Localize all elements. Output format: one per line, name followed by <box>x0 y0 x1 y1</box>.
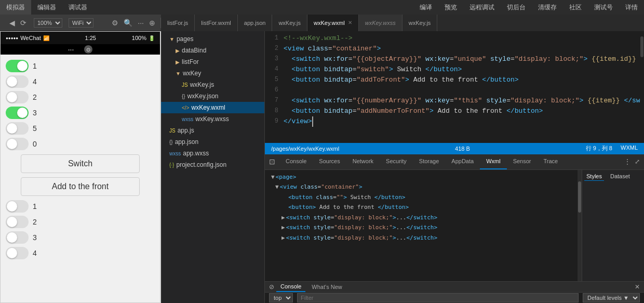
menu-switch-bg[interactable]: 切后台 <box>501 3 532 12</box>
xml-switch-3[interactable]: ▶<switch style="display: block;">...</sw… <box>267 233 575 243</box>
tab-wxkey-js[interactable]: wxKey.js <box>272 15 307 31</box>
devtools-main[interactable]: ▼<page> ▼<view class="container"> <butto… <box>265 170 578 282</box>
tree-wxkey-js[interactable]: JS wxKey.js <box>161 79 264 90</box>
menu-simulator[interactable]: 模拟器 <box>0 0 31 15</box>
main-layout: ●●●●● WeChat 📶 1:25 100% 🔋 ··· ⊙ <box>0 31 644 303</box>
devtools-scrollbar[interactable] <box>578 170 582 282</box>
add-icon[interactable]: ⊕ <box>148 18 156 28</box>
console-tab-whatsnew[interactable]: What's New <box>307 282 346 292</box>
toggle-3[interactable] <box>6 107 29 119</box>
menu-editor[interactable]: 编辑器 <box>31 0 62 15</box>
tree-app-js[interactable]: JS app.js <box>161 125 264 136</box>
editor-scrollbar-thumb[interactable] <box>640 36 643 57</box>
xml-switch-2[interactable]: ▶<switch style="display: block;">...</sw… <box>267 222 575 233</box>
dt-tab-trace[interactable]: Trace <box>538 154 565 169</box>
code-line-4: 4 <button bindtap="switch"> Switch </but… <box>265 64 640 75</box>
tree-project-config[interactable]: {·} project.config.json <box>161 159 264 170</box>
tab-app-json[interactable]: app.json <box>238 15 273 31</box>
dt-sidebar-tab-dataset[interactable]: Dataset <box>608 172 632 181</box>
menu-clear-cache[interactable]: 清缓存 <box>532 3 563 12</box>
switch-label-1: 1 <box>33 62 37 70</box>
tab-listfor-js[interactable]: listFor.js <box>161 15 195 31</box>
menu-compile[interactable]: 编译 <box>413 3 438 12</box>
toggle-4[interactable] <box>6 75 29 88</box>
add-to-front-button[interactable]: Add to the front <box>21 177 140 196</box>
dt-tab-sources[interactable]: Sources <box>313 154 346 169</box>
tree-app-json[interactable]: {} app.json <box>161 136 264 148</box>
console-context-select[interactable]: top <box>269 293 293 302</box>
editor-scrollbar[interactable] <box>640 31 644 143</box>
toggle-num-3[interactable] <box>6 231 29 244</box>
wifi-select[interactable]: WiFi 4G 3G <box>69 18 93 28</box>
xml-page-node[interactable]: ▼<page> <box>267 172 575 182</box>
menu-preview[interactable]: 预览 <box>438 3 463 12</box>
toggle-num-4[interactable] <box>6 247 29 259</box>
dt-tab-network[interactable]: Network <box>346 154 380 169</box>
dt-tab-storage[interactable]: Storage <box>413 154 446 169</box>
tree-wxkey-folder[interactable]: ▼ wxKey <box>161 68 264 79</box>
tree-app-wxss[interactable]: wxss app.wxss <box>161 148 264 159</box>
toggle-2[interactable] <box>6 91 29 103</box>
switch-button[interactable]: Switch <box>21 154 140 173</box>
devtools-expand-icon[interactable]: ⤢ <box>635 158 640 165</box>
tree-wxkey-wxss[interactable]: wxss wxKey.wxss <box>161 113 264 125</box>
rotate-icon[interactable]: ⟳ <box>19 18 28 28</box>
toggle-5[interactable] <box>6 122 29 135</box>
app-wxss-icon: wxss <box>169 151 181 156</box>
menu-test-id[interactable]: 测试号 <box>588 3 619 12</box>
more-icon[interactable]: ··· <box>137 18 145 28</box>
menu-remote-debug[interactable]: 远程调试 <box>463 3 501 12</box>
dt-tab-appdata[interactable]: AppData <box>445 154 480 169</box>
dt-tab-sensor[interactable]: Sensor <box>507 154 538 169</box>
switch-row-5: 5 <box>6 122 155 135</box>
search-icon[interactable]: 🔍 <box>123 18 133 28</box>
menu-community[interactable]: 社区 <box>563 3 588 12</box>
tab-wxkey-js2[interactable]: wxKey.js <box>403 15 438 31</box>
toggle-num-1[interactable] <box>6 200 29 213</box>
statusbar-right: 行 9，列 8 WXML <box>586 144 638 152</box>
tree-wxkey-json-label: wxKey.json <box>187 93 219 100</box>
devtools-more-icon[interactable]: ⋮ <box>624 158 630 165</box>
back-icon[interactable]: ◀ <box>8 18 16 28</box>
tab-wxkey-wxss[interactable]: wxKey.wxss <box>359 15 403 31</box>
dt-tab-security[interactable]: Security <box>380 154 413 169</box>
close-tab-icon[interactable]: ✕ <box>348 20 352 25</box>
phone-signal: ●●●●● <box>6 36 18 41</box>
tab-listfor-wxml[interactable]: listFor.wxml <box>195 15 237 31</box>
devtools-scrollbar-thumb[interactable] <box>578 181 581 213</box>
toolbar-left: ◀ ⟳ 100% 75% 50% WiFi 4G 3G ⚙ 🔍 ··· ⊕ <box>0 18 161 28</box>
devtools-toggle-icon[interactable]: ⊡ <box>265 154 279 169</box>
compile-icon[interactable]: ⚙ <box>111 18 119 28</box>
console-filter-input[interactable] <box>297 293 579 302</box>
code-line-9: 9 </view> <box>265 116 640 127</box>
toggle-num-2[interactable] <box>6 216 29 228</box>
json-file-icon: {} <box>182 94 185 99</box>
tree-listfor-folder[interactable]: ▶ listFor <box>161 56 264 68</box>
xml-switch-1[interactable]: ▶<switch style="display: block;">...</sw… <box>267 213 575 223</box>
toggle-1[interactable] <box>6 60 29 72</box>
dt-sidebar-tab-styles[interactable]: Styles <box>584 172 604 181</box>
xml-view-node[interactable]: ▼<view class="container"> <box>267 182 575 192</box>
tree-pages-folder[interactable]: ▼ pages <box>161 33 264 45</box>
code-line-3: 3 <switch wx:for="{{objectArray}}" wx:ke… <box>265 54 640 64</box>
zoom-select[interactable]: 100% 75% 50% <box>34 18 62 28</box>
code-editor[interactable]: 1 <!--wxKey.wxml--> 2 <view class="conta… <box>265 31 640 143</box>
phone-carrier: WeChat <box>20 35 41 41</box>
console-close-icon[interactable]: ✕ <box>635 283 640 291</box>
menu-debugger[interactable]: 调试器 <box>62 0 93 15</box>
xml-button-switch[interactable]: <button class=""> Switch </button> <box>267 192 575 203</box>
menu-details[interactable]: 详情 <box>619 3 644 12</box>
xml-button-add[interactable]: <button> Add to the front </button> <box>267 202 575 213</box>
tree-databind-folder[interactable]: ▶ dataBind <box>161 45 264 56</box>
console-tab-console[interactable]: Console <box>276 282 305 292</box>
tree-wxkey-json[interactable]: {} wxKey.json <box>161 90 264 102</box>
toggle-0[interactable] <box>6 138 29 150</box>
console-refresh-icon[interactable]: ⊘ <box>269 283 274 291</box>
console-level-select[interactable]: Default levels ▼ <box>583 293 640 302</box>
dt-tab-console[interactable]: Console <box>279 154 313 169</box>
dt-tab-wxml[interactable]: Wxml <box>480 154 507 169</box>
number-switch-3: 3 <box>6 231 155 244</box>
tree-wxkey-wxml[interactable]: </> wxKey.wxml <box>161 102 264 113</box>
tab-wxkey-wxml[interactable]: wxKey.wxml ✕ <box>307 15 359 31</box>
app-json-icon: {} <box>169 139 173 145</box>
